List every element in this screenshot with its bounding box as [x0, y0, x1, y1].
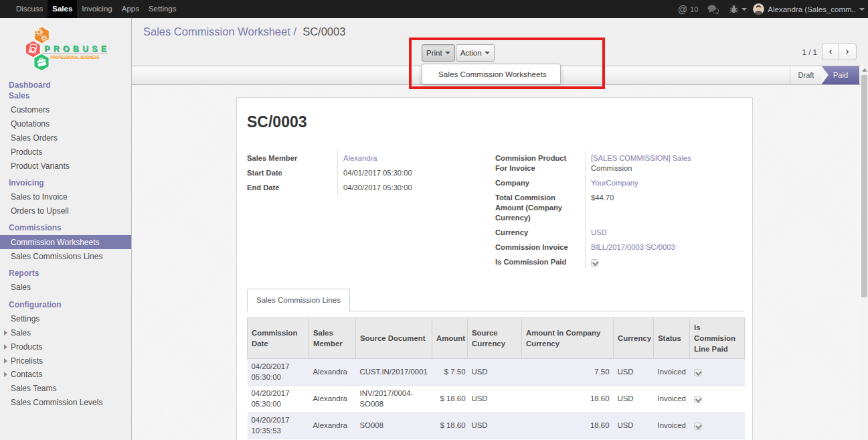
sidebar-item-sales-commissions-lines[interactable]: Sales Commissions Lines [0, 249, 131, 263]
sidebar-section-reports[interactable]: Reports [0, 268, 131, 279]
column-header-status[interactable]: Status [654, 318, 690, 359]
field-row-company: CompanyYourCompany [495, 175, 744, 190]
field-row-commision-product-for-invoice: Commision Product For Invoice[SALES COMM… [495, 151, 744, 175]
sidebar-item-products[interactable]: Products [0, 340, 131, 354]
cell-sales-member: Alexandra [309, 413, 356, 439]
checkbox-checked[interactable] [694, 423, 701, 430]
field-value: BILL/2017/0003 SC/0003 [585, 240, 744, 254]
column-header-amount[interactable]: Amount [432, 318, 468, 359]
field-value: [SALES COMMISSION] Sales Commission [585, 151, 744, 175]
messages-button[interactable] [707, 5, 719, 14]
app-menu-sales[interactable]: Sales [48, 0, 77, 18]
expand-arrow-icon [4, 344, 7, 350]
column-header-is-commision-line-paid[interactable]: Is Commision Line Paid [690, 318, 745, 359]
table-row[interactable]: 04/20/2017 05:30:00AlexandraCUST.IN/2017… [248, 359, 745, 386]
record-title: SC/0003 [247, 113, 744, 131]
field-link[interactable]: BILL/2017/0003 SC/0003 [591, 243, 675, 251]
pager-next-button[interactable]: › [839, 44, 857, 60]
sidebar-item-sales-teams[interactable]: Sales Teams [0, 382, 131, 396]
print-button[interactable]: Print [422, 44, 455, 62]
sidebar-item-sales-commission-levels[interactable]: Sales Commission Levels [0, 396, 131, 410]
column-header-commission-date[interactable]: Commission Date [248, 318, 309, 359]
field-text: 04/30/2017 05:30:00 [343, 184, 412, 192]
cell-currency: USD [614, 359, 654, 386]
form-view: SC/0003 Sales MemberAlexandraStart Date0… [132, 85, 861, 440]
checkbox-checked[interactable] [694, 369, 701, 376]
cell-source-currency: USD [468, 386, 522, 413]
company-logo: PROBUSE PROBUSE PROFESSIONAL BUSINESS [0, 25, 131, 75]
cell-amount-in-company-currency: 18.60 [522, 386, 614, 413]
field-link[interactable]: YourCompany [591, 179, 638, 187]
sidebar-section-invoicing[interactable]: Invoicing [0, 177, 131, 188]
mentions-counter[interactable]: @ 10 [678, 4, 698, 15]
status-step-draft[interactable]: Draft [790, 66, 822, 84]
field-link[interactable]: USD [591, 228, 607, 236]
action-button[interactable]: Action [456, 44, 495, 62]
avatar [753, 3, 764, 15]
cell-source-document: SO008 [356, 413, 432, 439]
chevron-right-icon: › [846, 45, 849, 58]
field-link[interactable]: [SALES COMMISSION] Sales [591, 154, 691, 162]
field-link[interactable]: Alexandra [343, 154, 377, 162]
status-step-paid[interactable]: Paid [822, 66, 859, 84]
field-value: 04/30/2017 05:30:00 [337, 180, 495, 195]
sidebar-item-sales-orders[interactable]: Sales Orders [0, 131, 131, 145]
app-menu-invoicing[interactable]: Invoicing [77, 0, 116, 18]
column-header-amount-in-company-currency[interactable]: Amount in Company Currency [522, 318, 614, 359]
tab-sales-commission-lines[interactable]: Sales Commission Lines [247, 289, 350, 311]
sidebar-item-customers[interactable]: Customers [0, 103, 131, 117]
sidebar-item-contacts[interactable]: Contacts [0, 368, 131, 382]
main-panel: Sales Commission Worksheet / SC/0003 1 /… [132, 18, 868, 440]
cell-commission-date: 04/20/2017 10:35:53 [248, 413, 309, 439]
cell-is-commision-line-paid [690, 413, 745, 439]
cell-source-document: CUST.IN/2017/0001 [356, 359, 432, 386]
field-value [585, 254, 744, 269]
sidebar-item-commission-worksheets[interactable]: Commission Worksheets [0, 235, 131, 249]
cell-source-document: INV/2017/0004-SO008 [356, 386, 432, 413]
left-sidebar: PROBUSE PROBUSE PROFESSIONAL BUSINESS Da… [0, 18, 132, 440]
scrollbar-up-button[interactable] [861, 66, 868, 74]
checkbox-checked[interactable] [694, 396, 701, 403]
app-menu-discuss[interactable]: Discuss [11, 0, 48, 18]
sidebar-section-configuration[interactable]: Configuration [0, 299, 131, 310]
field-value: $44.70 [585, 190, 744, 225]
sidebar-section-dashboard[interactable]: Dashboard [0, 80, 131, 90]
scrollbar-thumb[interactable] [861, 75, 867, 297]
cell-commission-date: 04/20/2017 05:30:00 [248, 359, 309, 386]
checkbox-checked[interactable] [591, 259, 598, 267]
field-group-left: Sales MemberAlexandraStart Date04/01/201… [247, 151, 495, 269]
user-menu[interactable]: Alexandra (Sales_comm.. [753, 3, 865, 15]
table-row[interactable]: 04/20/2017 10:35:53AlexandraSO008$ 18.60… [248, 413, 745, 439]
sidebar-item-sales[interactable]: Sales [0, 281, 131, 295]
sidebar-item-sales[interactable]: Sales [0, 326, 131, 340]
app-menu-settings[interactable]: Settings [144, 0, 181, 18]
breadcrumb: Sales Commission Worksheet / SC/0003 [143, 25, 345, 38]
app-menu-apps[interactable]: Apps [117, 0, 144, 18]
column-header-sales-member[interactable]: Sales Member [309, 318, 356, 359]
pager: 1 / 1 ‹ › [802, 44, 857, 60]
app-menus: DiscussSalesInvoicingAppsSettings [0, 0, 181, 18]
field-label: End Date [247, 180, 337, 195]
sidebar-item-quotations[interactable]: Quotations [0, 117, 131, 131]
field-text: Commission [591, 164, 632, 172]
sidebar-section-sales[interactable]: Sales [0, 90, 131, 101]
breadcrumb-parent[interactable]: Sales Commission Worksheet [143, 25, 290, 38]
sidebar-item-pricelists[interactable]: Pricelists [0, 354, 131, 368]
column-header-source-currency[interactable]: Source Currency [468, 318, 522, 359]
menu-item-sales-commission-worksheets[interactable]: Sales Commission Worksheets [422, 66, 560, 82]
sidebar-section-commissions[interactable]: Commissions [0, 222, 131, 233]
vertical-scrollbar[interactable] [861, 66, 868, 440]
pager-previous-button[interactable]: ‹ [822, 44, 839, 60]
sidebar-item-sales-to-invoice[interactable]: Sales to Invoice [0, 190, 131, 204]
bug-icon [729, 5, 738, 14]
debug-menu-button[interactable] [729, 5, 747, 14]
sidebar-item-settings[interactable]: Settings [0, 312, 131, 326]
chevron-down-icon [859, 8, 865, 11]
sidebar-item-products[interactable]: Products [0, 145, 131, 159]
column-header-currency[interactable]: Currency [614, 318, 654, 359]
column-header-source-document[interactable]: Source Document [356, 318, 432, 359]
sidebar-item-orders-to-upsell[interactable]: Orders to Upsell [0, 204, 131, 218]
sidebar-item-product-variants[interactable]: Product Variants [0, 159, 131, 173]
expand-arrow-icon [4, 358, 7, 364]
table-row[interactable]: 04/20/2017 05:30:00AlexandraINV/2017/000… [248, 386, 745, 413]
